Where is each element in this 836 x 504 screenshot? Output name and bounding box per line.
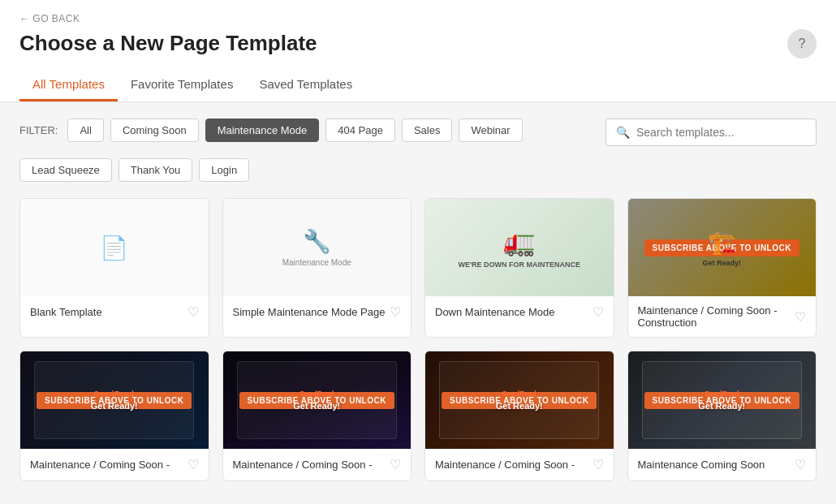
template-card-simple-maintenance[interactable]: 🔧 Maintenance Mode Simple Maintenance Mo… bbox=[222, 198, 412, 338]
seedprod-label-cs4: SeedProd bbox=[705, 390, 739, 398]
template-card-cs3[interactable]: SUBSCRIBE ABOVE TO UNLOCK SeedProd Get R… bbox=[424, 351, 614, 481]
favorite-btn-simple-maintenance[interactable]: ♡ bbox=[390, 304, 401, 320]
card-name-cs1: Maintenance / Coming Soon - bbox=[30, 459, 170, 471]
seedprod-label-cs3: SeedProd bbox=[502, 390, 537, 398]
get-ready-cs4: Get Ready! bbox=[698, 401, 745, 411]
favorite-btn-construction[interactable]: ♡ bbox=[795, 309, 806, 325]
tab-favorite-templates[interactable]: Favorite Templates bbox=[118, 69, 246, 101]
truck-icon: 🚛 bbox=[503, 226, 536, 257]
get-ready-cs1: Get Ready! bbox=[91, 401, 138, 411]
seedprod-label-cs2: SeedProd bbox=[299, 390, 334, 398]
template-card-maintenance-coming-soon[interactable]: SUBSCRIBE ABOVE TO UNLOCK SeedProd Get R… bbox=[627, 351, 817, 481]
filter-label: FILTER: bbox=[19, 124, 58, 136]
template-card-blank[interactable]: 📄 Blank Template ♡ bbox=[19, 198, 209, 338]
filter-login[interactable]: Login bbox=[199, 158, 249, 182]
filter-coming-soon[interactable]: Coming Soon bbox=[110, 118, 199, 142]
card-name-maintenance-coming-soon: Maintenance Coming Soon bbox=[638, 459, 765, 471]
card-name-simple-maintenance: Simple Maintenance Mode Page bbox=[233, 306, 386, 318]
search-box: 🔍 bbox=[605, 118, 817, 146]
search-icon: 🔍 bbox=[616, 126, 630, 139]
card-name-blank: Blank Template bbox=[30, 306, 102, 318]
go-back-link[interactable]: ← GO BACK bbox=[19, 13, 317, 24]
favorite-btn-maintenance-coming-soon[interactable]: ♡ bbox=[795, 457, 806, 472]
card-footer-down-maintenance: Down Maintenance Mode ♡ bbox=[425, 296, 614, 328]
tab-bar: All Templates Favorite Templates Saved T… bbox=[19, 69, 817, 101]
get-ready-cs3: Get Ready! bbox=[496, 401, 543, 411]
card-thumbnail-cs2: SUBSCRIBE ABOVE TO UNLOCK SeedProd Get R… bbox=[223, 351, 412, 449]
filter-sales[interactable]: Sales bbox=[402, 118, 453, 142]
favorite-btn-down-maintenance[interactable]: ♡ bbox=[593, 304, 604, 320]
get-ready-construction: Get Ready! bbox=[702, 259, 741, 267]
favorite-btn-cs1[interactable]: ♡ bbox=[187, 457, 199, 472]
help-icon: ? bbox=[799, 37, 806, 51]
card-name-down-maintenance: Down Maintenance Mode bbox=[435, 306, 554, 318]
template-card-construction[interactable]: SUBSCRIBE ABOVE TO UNLOCK 🏗️ Get Ready! … bbox=[627, 198, 817, 338]
wrench-icon: 🔧 bbox=[303, 228, 331, 255]
card-name-construction: Maintenance / Coming Soon - Construction bbox=[638, 304, 795, 329]
card-thumbnail-cs3: SUBSCRIBE ABOVE TO UNLOCK SeedProd Get R… bbox=[425, 351, 614, 449]
filter-404-page[interactable]: 404 Page bbox=[325, 118, 395, 142]
template-grid: 📄 Blank Template ♡ 🔧 Maintenance Mode Si… bbox=[19, 198, 817, 481]
card-footer-cs1: Maintenance / Coming Soon - ♡ bbox=[20, 449, 209, 480]
card-thumbnail-construction: SUBSCRIBE ABOVE TO UNLOCK 🏗️ Get Ready! bbox=[628, 199, 817, 296]
filter-lead-squeeze[interactable]: Lead Squeeze bbox=[19, 158, 112, 182]
help-button[interactable]: ? bbox=[787, 29, 817, 58]
card-name-cs2: Maintenance / Coming Soon - bbox=[233, 459, 373, 471]
card-thumbnail-blank: 📄 bbox=[20, 199, 209, 296]
tab-saved-templates[interactable]: Saved Templates bbox=[246, 69, 365, 101]
card-thumbnail-simple-maintenance: 🔧 Maintenance Mode bbox=[223, 199, 412, 296]
template-card-cs2[interactable]: SUBSCRIBE ABOVE TO UNLOCK SeedProd Get R… bbox=[222, 351, 412, 481]
get-ready-cs2: Get Ready! bbox=[293, 401, 340, 411]
filter-maintenance-mode[interactable]: Maintenance Mode bbox=[205, 118, 320, 142]
favorite-btn-cs3[interactable]: ♡ bbox=[593, 457, 604, 472]
card-footer-cs2: Maintenance / Coming Soon - ♡ bbox=[223, 449, 412, 480]
filter-webinar[interactable]: Webinar bbox=[459, 118, 522, 142]
card-name-cs3: Maintenance / Coming Soon - bbox=[435, 459, 575, 471]
card-thumbnail-maintenance-coming-soon: SUBSCRIBE ABOVE TO UNLOCK SeedProd Get R… bbox=[628, 351, 817, 449]
template-card-down-maintenance[interactable]: 🚛 WE'RE DOWN FOR MAINTENANCE Down Mainte… bbox=[424, 198, 614, 338]
card-footer-maintenance-coming-soon: Maintenance Coming Soon ♡ bbox=[628, 449, 817, 480]
seedprod-label-cs1: SeedProd bbox=[94, 390, 135, 398]
search-input[interactable] bbox=[636, 126, 806, 139]
card-footer-simple-maintenance: Simple Maintenance Mode Page ♡ bbox=[223, 296, 412, 328]
maintenance-mode-text: Maintenance Mode bbox=[282, 258, 351, 267]
tab-all-templates[interactable]: All Templates bbox=[19, 69, 118, 101]
down-for-maintenance-text: WE'RE DOWN FOR MAINTENANCE bbox=[458, 261, 580, 269]
filter-all[interactable]: All bbox=[67, 118, 103, 142]
card-thumbnail-down-maintenance: 🚛 WE'RE DOWN FOR MAINTENANCE bbox=[425, 199, 614, 296]
favorite-btn-blank[interactable]: ♡ bbox=[187, 304, 199, 320]
document-icon: 📄 bbox=[100, 235, 128, 261]
page-title: Choose a New Page Template bbox=[19, 31, 317, 56]
card-footer-cs3: Maintenance / Coming Soon - ♡ bbox=[425, 449, 614, 480]
card-footer-blank: Blank Template ♡ bbox=[20, 296, 209, 328]
filter-thank-you[interactable]: Thank You bbox=[119, 158, 192, 182]
template-card-cs1[interactable]: SUBSCRIBE ABOVE TO UNLOCK SeedProd Get R… bbox=[19, 351, 209, 481]
favorite-btn-cs2[interactable]: ♡ bbox=[390, 457, 401, 472]
construction-icon: 🏗️ bbox=[708, 229, 736, 256]
card-footer-construction: Maintenance / Coming Soon - Construction… bbox=[628, 296, 817, 337]
card-thumbnail-cs1: SUBSCRIBE ABOVE TO UNLOCK SeedProd Get R… bbox=[20, 351, 209, 449]
